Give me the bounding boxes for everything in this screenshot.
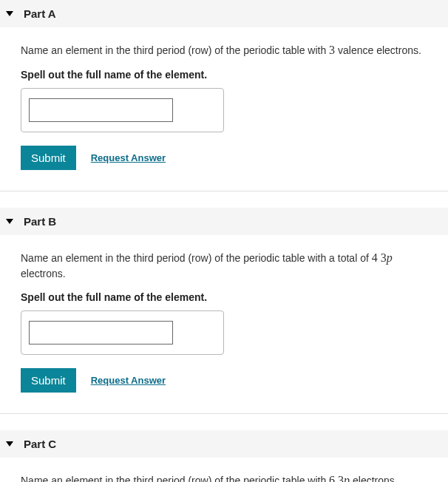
part-body: Name an element in the third period (row… <box>0 27 448 191</box>
spacer <box>0 191 448 208</box>
question-math-var: p <box>344 474 350 482</box>
collapse-caret-icon <box>6 219 13 224</box>
part-c: Part C Name an element in the third peri… <box>0 430 448 482</box>
part-title: Part A <box>24 7 56 20</box>
question-math-number: 6 3 <box>329 474 344 482</box>
question-pre: Name an element in the third period (row… <box>21 252 372 264</box>
instruction-text: Spell out the full name of the element. <box>21 69 427 81</box>
question-pre: Name an element in the third period (row… <box>21 475 329 482</box>
question-post: valence electrons. <box>335 44 421 56</box>
question-text: Name an element in the third period (row… <box>21 42 427 58</box>
action-row: Submit Request Answer <box>21 146 427 170</box>
question-text: Name an element in the third period (row… <box>21 472 427 482</box>
action-row: Submit Request Answer <box>21 368 427 393</box>
part-title: Part B <box>24 215 56 228</box>
question-math-number: 3 <box>329 44 335 56</box>
answer-input[interactable] <box>29 98 173 122</box>
submit-button[interactable]: Submit <box>21 146 76 170</box>
part-b: Part B Name an element in the third peri… <box>0 208 448 414</box>
part-header[interactable]: Part C <box>0 430 448 458</box>
spacer <box>0 414 448 430</box>
part-body: Name an element in the third period (row… <box>0 458 448 482</box>
answer-box <box>21 310 224 355</box>
question-text: Name an element in the third period (row… <box>21 250 427 281</box>
part-header[interactable]: Part B <box>0 208 448 235</box>
part-a: Part A Name an element in the third peri… <box>0 0 448 191</box>
instruction-text: Spell out the full name of the element. <box>21 291 427 303</box>
question-math-number: 4 3 <box>372 251 387 264</box>
part-title: Part C <box>24 438 56 450</box>
submit-button[interactable]: Submit <box>21 368 76 393</box>
collapse-caret-icon <box>6 441 13 447</box>
part-body: Name an element in the third period (row… <box>0 235 448 413</box>
request-answer-link[interactable]: Request Answer <box>91 152 166 163</box>
answer-box <box>21 88 224 132</box>
collapse-caret-icon <box>6 11 13 16</box>
part-header[interactable]: Part A <box>0 0 448 27</box>
request-answer-link[interactable]: Request Answer <box>91 375 166 386</box>
question-post: electrons. <box>21 268 66 279</box>
question-pre: Name an element in the third period (row… <box>21 44 329 56</box>
answer-input[interactable] <box>29 321 173 344</box>
question-post: electrons. <box>350 475 398 482</box>
question-math-var: p <box>387 251 393 264</box>
